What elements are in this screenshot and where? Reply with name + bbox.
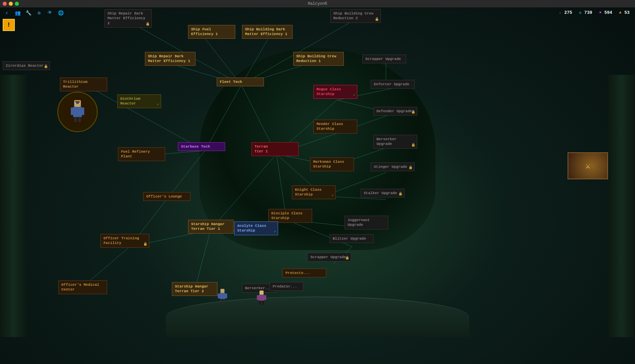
node-enforcer-upgrade[interactable]: Enforcer Upgrade — [371, 80, 415, 89]
check-icon: ✓ — [353, 93, 355, 97]
node-label: Scrapper Upgrade — [310, 255, 346, 259]
node-zirordiax-reactor[interactable]: Zirordiax Reactor 🔒 — [3, 61, 50, 70]
node-predator[interactable]: Predator... — [270, 282, 303, 291]
game-area: ⚔ 275 ◇ 739 ● 594 ▲ 53 ⚡ 👥 🔧 ⚙ 👁 🌐 ! — [0, 7, 635, 364]
node-label: Acolyte ClassStarship — [237, 224, 266, 233]
node-stinger-upgrade[interactable]: Stinger Upgrade 🔒 — [371, 162, 415, 171]
resource2-value: 739 — [584, 10, 592, 15]
lock-icon: 🔒 — [375, 17, 379, 22]
top-hud: ⚔ 275 ◇ 739 ● 594 ▲ 53 — [0, 7, 635, 18]
node-trillithium-reactor[interactable]: Trillithium Reactor — [60, 78, 107, 91]
node-fleet-tech[interactable]: Fleet Tech — [217, 78, 264, 86]
sidebar-icon-view[interactable]: 👁 — [46, 9, 54, 17]
sidebar-icon-network[interactable]: 🌐 — [57, 9, 65, 17]
node-label: Marksman ClassStarship — [313, 160, 344, 169]
hud-resource-4: ▲ 53 — [617, 10, 630, 15]
character-figure-1 — [216, 288, 229, 307]
svg-rect-37 — [78, 117, 81, 122]
node-mender-class[interactable]: Mender ClassStarship — [313, 120, 357, 133]
resource1-value: 275 — [564, 10, 572, 15]
svg-rect-51 — [259, 301, 261, 305]
node-starship-hangar-t1[interactable]: Starship HangarTerran Tier 1 — [188, 220, 234, 234]
lock-icon: 🔒 — [411, 143, 415, 147]
node-fuel-refinery[interactable]: Fuel Refinery Plant — [118, 147, 165, 161]
node-acolyte-class[interactable]: Acolyte ClassStarship ✓ — [234, 221, 278, 235]
node-building-dark-matter-1[interactable]: Ship Building DarkMatter Efficiency 1 — [242, 25, 293, 39]
window-controls[interactable] — [3, 2, 19, 6]
node-repair-dark-matter-1[interactable]: Ship Repair DarkMatter Efficiency 1 — [145, 52, 195, 66]
character-portrait[interactable] — [57, 92, 98, 132]
node-label: Disciple ClassStarship — [271, 211, 302, 220]
node-label: Officer TrainingFacility — [103, 236, 139, 245]
node-marksman-class[interactable]: Marksman ClassStarship — [310, 157, 354, 171]
node-label: Ship Building CrewReduction 1 — [296, 54, 336, 63]
node-crew-reduction-1[interactable]: Ship Building CrewReduction 1 — [293, 52, 344, 66]
node-protecto[interactable]: Protecto... — [282, 269, 326, 277]
node-label: TerranTier 1 — [254, 145, 268, 153]
node-starbase-tech[interactable]: Starbase Tech — [178, 142, 225, 151]
node-label: Blitzer Upgrade — [333, 237, 366, 241]
close-button[interactable] — [3, 2, 7, 6]
svg-rect-36 — [74, 117, 77, 122]
svg-rect-34 — [71, 108, 74, 115]
node-juggernaut-upgrade[interactable]: JuggernautUpgrade — [344, 216, 388, 230]
node-officer-lounge[interactable]: Officer's Lounge — [143, 192, 190, 201]
lock-icon: 🔒 — [44, 64, 48, 69]
title-bar: Halcyon6 — [0, 0, 635, 7]
maximize-button[interactable] — [15, 2, 19, 6]
hud-resource-1: ⚔ 275 — [557, 10, 572, 15]
node-knight-class[interactable]: Knight ClassStarship ✓ — [292, 185, 336, 199]
node-crew-reduction-2[interactable]: Ship Building CrewReduction 2 🔒 — [330, 9, 381, 23]
node-label: Stinger Upgrade — [374, 165, 407, 169]
node-rogue-class[interactable]: Rogue ClassStarship ✓ — [313, 85, 357, 99]
node-label: Defender Upgrade — [376, 109, 412, 113]
node-stalker-upgrade[interactable]: Stalker Upgrade 🔒 — [361, 189, 404, 198]
node-label: Ship Building CrewReduction 2 — [333, 11, 373, 20]
node-label: Diothrium Reactor — [120, 97, 140, 105]
node-officer-training[interactable]: Officer TrainingFacility 🔒 — [100, 234, 149, 248]
node-disciple-class[interactable]: Disciple ClassStarship — [268, 209, 312, 223]
svg-rect-45 — [220, 299, 222, 303]
resource3-icon: ● — [598, 10, 603, 15]
node-scrapper-upgrade-2[interactable]: Scrapper Upgrade 🔒 — [307, 253, 351, 262]
node-diothium-reactor[interactable]: Diothrium Reactor ✓ — [117, 94, 161, 108]
check-icon: ✓ — [157, 102, 159, 107]
node-label: Protecto... — [285, 271, 310, 275]
node-officer-medical[interactable]: Officer's MedicalCenter — [58, 280, 107, 294]
node-label: JuggernautUpgrade — [347, 218, 370, 227]
alert-icon[interactable]: ! — [3, 19, 15, 31]
node-label: BerserkerUpgrade — [376, 137, 396, 146]
pillar-left — [0, 75, 27, 337]
node-scrapper-upgrade-1[interactable]: Scrapper Upgrade — [362, 55, 406, 63]
sidebar-icon-crew[interactable]: 👥 — [13, 9, 22, 17]
node-terran-tier1[interactable]: TerranTier 1 — [251, 142, 299, 156]
sidebar-icon-settings[interactable]: ⚙ — [35, 9, 43, 17]
node-label: Enforcer Upgrade — [374, 82, 410, 86]
svg-rect-41 — [220, 289, 224, 293]
node-blitzer-upgrade[interactable]: Blitzer Upgrade — [330, 234, 373, 243]
resource4-icon: ▲ — [617, 10, 623, 15]
node-label: Ship FuelEfficiency 1 — [191, 27, 218, 36]
character-figure-2 — [255, 290, 268, 308]
node-berserker-upgrade[interactable]: BerserkerUpgrade 🔒 — [373, 135, 417, 149]
svg-rect-46 — [223, 299, 225, 303]
node-label: Fuel Refinery Plant — [121, 150, 150, 158]
platform — [166, 297, 469, 337]
svg-rect-49 — [257, 295, 260, 300]
svg-rect-50 — [264, 295, 266, 300]
node-label: Ship Building DarkMatter Efficiency 1 — [245, 27, 287, 36]
sidebar-icon-tools[interactable]: 🔧 — [24, 9, 32, 17]
svg-rect-43 — [218, 294, 220, 298]
node-label: Scrapper Upgrade — [365, 57, 401, 61]
node-starship-hangar-t2[interactable]: Starship HangarTerran Tier 2 — [172, 282, 217, 296]
lock-icon: 🔒 — [345, 256, 349, 260]
minimize-button[interactable] — [9, 2, 13, 6]
node-label: Officer's MedicalCenter — [61, 283, 99, 292]
node-defender-upgrade[interactable]: Defender Upgrade 🔒 — [373, 107, 417, 116]
sidebar-icon-combat[interactable]: ⚡ — [3, 9, 11, 17]
node-matter-efficiency-2[interactable]: Ship Repair DarkMatter Efficiency 2 🔒 — [104, 9, 152, 28]
node-fuel-efficiency-1[interactable]: Ship FuelEfficiency 1 — [188, 25, 235, 39]
node-label: Officer's Lounge — [146, 194, 182, 199]
lock-icon: 🔒 — [409, 165, 413, 170]
svg-rect-47 — [260, 291, 264, 295]
